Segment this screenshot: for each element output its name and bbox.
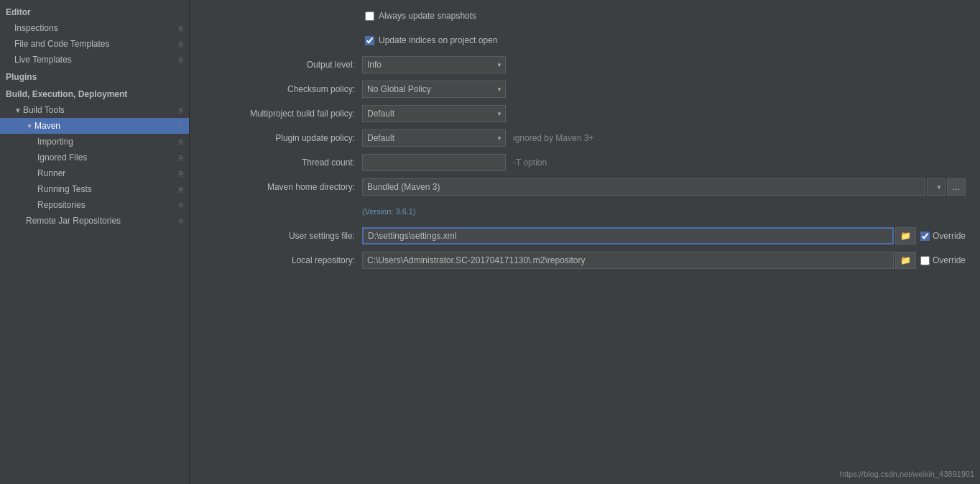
multiproject-dropdown-wrapper: Default Always At End Never	[362, 105, 506, 122]
page-icon: ⎘	[179, 122, 183, 130]
page-icon: ⎘	[179, 56, 183, 64]
update-indices-label[interactable]: Update indices on project open	[365, 35, 497, 45]
always-update-snapshots-row: Always update snapshots	[204, 7, 966, 24]
build-execution-header: Build, Execution, Deployment	[0, 85, 189, 102]
editor-section-header: Editor	[0, 3, 189, 20]
tree-arrow-maven: ▼	[26, 122, 34, 130]
local-repo-browse-btn[interactable]: 📁	[895, 252, 916, 269]
content-inner: Always update snapshots Update indices o…	[204, 7, 966, 269]
maven-home-label: Maven home directory:	[204, 182, 362, 192]
sidebar-item-maven[interactable]: ▼ Maven ⎘	[0, 118, 189, 134]
sidebar-item-repositories[interactable]: Repositories ⎘	[0, 197, 189, 213]
multiproject-dropdown[interactable]: Default Always At End Never	[362, 105, 506, 122]
output-level-row: Output level: Info Debug Error	[204, 56, 966, 73]
user-settings-label: User settings file:	[204, 231, 362, 241]
sidebar-item-running-tests[interactable]: Running Tests ⎘	[0, 181, 189, 197]
page-icon: ⎘	[179, 138, 183, 146]
local-repo-override-checkbox[interactable]	[920, 256, 930, 265]
plugin-update-label: Plugin update policy:	[204, 133, 362, 143]
maven-home-dropdown-wrapper	[927, 178, 946, 196]
checksum-policy-label: Checksum policy:	[204, 84, 362, 94]
folder-icon: 📁	[900, 231, 911, 241]
thread-count-row: Thread count: -T option	[204, 154, 966, 171]
maven-home-dropdown[interactable]	[927, 178, 946, 196]
maven-version-text: (Version: 3.6.1)	[362, 207, 416, 216]
plugin-update-policy-row: Plugin update policy: Default Always Nev…	[204, 129, 966, 147]
page-icon: ⎘	[179, 40, 183, 48]
checksum-policy-dropdown[interactable]: No Global Policy Warn Fail Ignore	[362, 81, 506, 98]
local-repo-label: Local repository:	[204, 255, 362, 265]
local-repo-override-area: Override	[920, 255, 966, 265]
sidebar-item-live-templates[interactable]: Live Templates ⎘	[0, 52, 189, 68]
content-area: Always update snapshots Update indices o…	[190, 0, 980, 484]
sidebar-item-ignored-files[interactable]: Ignored Files ⎘	[0, 150, 189, 165]
maven-home-input[interactable]	[362, 178, 925, 196]
page-icon: ⎘	[179, 217, 183, 225]
plugin-update-dropdown[interactable]: Default Always Never Daily	[362, 129, 506, 147]
main-container: Editor Inspections ⎘ File and Code Templ…	[0, 0, 980, 484]
user-settings-override-label: Override	[933, 231, 966, 241]
plugin-update-hint: ignored by Maven 3+	[513, 133, 593, 143]
user-settings-browse-btn[interactable]: 📁	[895, 227, 916, 245]
sidebar: Editor Inspections ⎘ File and Code Templ…	[0, 0, 190, 484]
watermark: https://blog.csdn.net/weixin_43891901	[840, 470, 974, 478]
page-icon: ⎘	[179, 154, 183, 162]
always-update-snapshots-label[interactable]: Always update snapshots	[365, 11, 476, 21]
maven-version-row: (Version: 3.6.1)	[204, 203, 966, 220]
local-repository-row: Local repository: 📁 Override	[204, 252, 966, 269]
local-repo-override-label: Override	[933, 255, 966, 265]
maven-home-row: Maven home directory: ...	[204, 178, 966, 196]
multiproject-label: Multiproject build fail policy:	[204, 109, 362, 119]
output-level-dropdown-wrapper: Info Debug Error	[362, 56, 506, 73]
output-level-dropdown[interactable]: Info Debug Error	[362, 56, 506, 73]
update-indices-row: Update indices on project open	[204, 32, 966, 49]
plugin-update-dropdown-wrapper: Default Always Never Daily	[362, 129, 506, 147]
checksum-policy-row: Checksum policy: No Global Policy Warn F…	[204, 81, 966, 98]
thread-count-label: Thread count:	[204, 157, 362, 168]
sidebar-item-remote-jar[interactable]: Remote Jar Repositories ⎘	[0, 213, 189, 229]
sidebar-item-importing[interactable]: Importing ⎘	[0, 134, 189, 150]
local-repo-input[interactable]	[362, 252, 894, 269]
page-icon: ⎘	[179, 106, 183, 114]
page-icon: ⎘	[179, 201, 183, 209]
sidebar-item-file-code-templates[interactable]: File and Code Templates ⎘	[0, 36, 189, 52]
page-icon: ⎘	[179, 186, 183, 193]
maven-home-browse-btn[interactable]: ...	[947, 178, 966, 196]
multiproject-build-fail-policy-row: Multiproject build fail policy: Default …	[204, 105, 966, 122]
user-settings-file-row: User settings file: 📁 Override	[204, 227, 966, 245]
checksum-policy-dropdown-wrapper: No Global Policy Warn Fail Ignore	[362, 81, 506, 98]
sidebar-item-inspections[interactable]: Inspections ⎘	[0, 20, 189, 36]
always-update-snapshots-checkbox[interactable]	[365, 12, 374, 21]
user-settings-input[interactable]	[362, 227, 894, 245]
sidebar-item-runner[interactable]: Runner ⎘	[0, 165, 189, 181]
folder-icon: 📁	[900, 255, 911, 265]
tree-arrow-build-tools: ▼	[14, 106, 23, 114]
page-icon: ⎘	[179, 170, 183, 178]
user-settings-override-area: Override	[920, 231, 966, 241]
page-icon: ⎘	[179, 24, 183, 32]
user-settings-override-checkbox[interactable]	[920, 232, 930, 241]
thread-count-hint: -T option	[513, 157, 547, 168]
sidebar-item-build-tools[interactable]: ▼ Build Tools ⎘	[0, 102, 189, 118]
output-level-label: Output level:	[204, 60, 362, 70]
thread-count-input[interactable]	[362, 154, 506, 171]
plugins-section-header: Plugins	[0, 68, 189, 85]
update-indices-checkbox[interactable]	[365, 36, 374, 45]
